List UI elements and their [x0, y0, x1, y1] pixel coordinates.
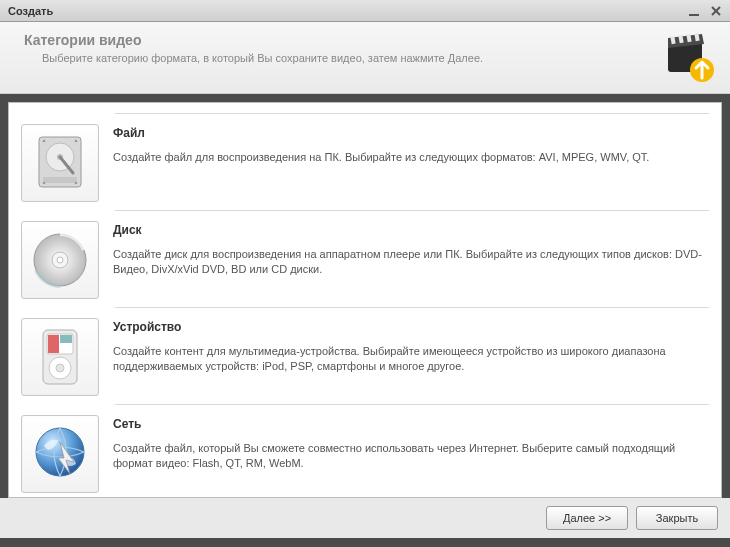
category-disc: Диск Создайте диск для воспроизведения н… [15, 215, 715, 303]
divider [115, 113, 709, 114]
svg-point-14 [43, 140, 46, 143]
header-subtitle: Выберите категорию формата, в который Вы… [42, 52, 710, 64]
divider [115, 307, 709, 308]
close-button[interactable]: Закрыть [636, 506, 718, 530]
category-network: Сеть Создайте файл, который Вы сможете с… [15, 409, 715, 497]
svg-rect-23 [48, 335, 59, 353]
svg-point-26 [56, 364, 64, 372]
network-icon [30, 424, 90, 484]
minimize-icon [688, 5, 700, 17]
disc-icon [30, 230, 90, 290]
hdd-icon [33, 133, 87, 193]
divider [115, 210, 709, 211]
svg-point-17 [75, 182, 78, 185]
svg-rect-13 [43, 177, 77, 183]
svg-point-20 [57, 257, 63, 263]
category-disc-button[interactable] [21, 221, 99, 299]
category-file-title: Файл [113, 126, 709, 140]
category-list: Файл Создайте файл для воспроизведения н… [8, 102, 722, 498]
svg-rect-24 [60, 335, 72, 343]
category-device: Устройство Создайте контент для мультиме… [15, 312, 715, 400]
svg-point-15 [75, 140, 78, 143]
close-icon [710, 5, 722, 17]
window-title: Создать [8, 5, 682, 17]
svg-point-27 [36, 428, 84, 476]
header: Категории видео Выберите категорию форма… [0, 22, 730, 94]
next-button[interactable]: Далее >> [546, 506, 628, 530]
category-disc-title: Диск [113, 223, 709, 237]
category-device-button[interactable] [21, 318, 99, 396]
device-icon [33, 326, 87, 388]
close-window-button[interactable] [706, 3, 726, 19]
category-network-button[interactable] [21, 415, 99, 493]
svg-point-16 [43, 182, 46, 185]
footer: Далее >> Закрыть [0, 498, 730, 538]
category-device-title: Устройство [113, 320, 709, 334]
title-bar: Создать [0, 0, 730, 22]
category-file-description: Создайте файл для воспроизведения на ПК.… [113, 150, 709, 165]
category-network-description: Создайте файл, который Вы сможете совмес… [113, 441, 709, 471]
divider [115, 404, 709, 405]
category-network-title: Сеть [113, 417, 709, 431]
minimize-button[interactable] [684, 3, 704, 19]
svg-rect-0 [689, 14, 699, 16]
clapperboard-icon [662, 32, 714, 84]
category-device-description: Создайте контент для мультимедиа-устройс… [113, 344, 709, 374]
category-file: Файл Создайте файл для воспроизведения н… [15, 118, 715, 206]
category-file-button[interactable] [21, 124, 99, 202]
header-title: Категории видео [24, 32, 710, 48]
category-disc-description: Создайте диск для воспроизведения на апп… [113, 247, 709, 277]
